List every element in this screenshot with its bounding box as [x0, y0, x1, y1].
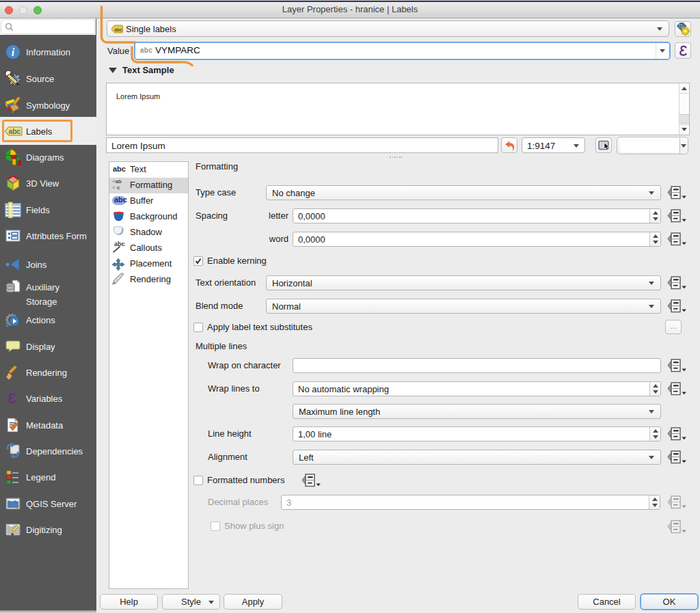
svg-text:i: i	[12, 46, 15, 58]
svg-text:abc: abc	[9, 127, 21, 135]
